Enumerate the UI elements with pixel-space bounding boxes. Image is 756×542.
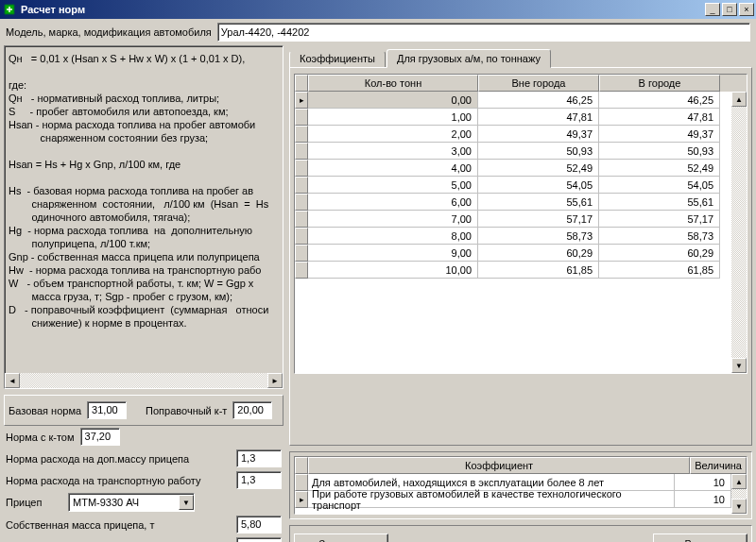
cell[interactable]: 50,93 [478, 143, 599, 160]
table-row[interactable]: 3,0050,9350,93 [295, 143, 731, 160]
tabs: Коэффициенты Для грузовых а/м, по тоннаж… [289, 45, 752, 67]
scroll-up-icon[interactable]: ▲ [731, 92, 747, 107]
cell[interactable]: 54,05 [478, 177, 599, 194]
col-coef[interactable]: Коэффициент [308, 457, 690, 474]
maximize-button[interactable]: □ [722, 3, 737, 16]
cell[interactable]: 0,00 [308, 92, 478, 109]
table-row[interactable]: ▸При работе грузовых автомобилей в качес… [295, 491, 731, 508]
row-marker [295, 474, 308, 491]
formula-hscroll[interactable]: ◄ ► [5, 373, 283, 388]
cell[interactable]: 54,05 [599, 177, 720, 194]
cell[interactable]: 49,37 [478, 126, 599, 143]
table-row[interactable]: 8,0058,7358,73 [295, 228, 731, 245]
formula-text: Qн = 0,01 x (Hsan x S + Hw x W) x (1 + 0… [9, 52, 279, 330]
tonnage-grid[interactable]: Кол-во тонн Вне города В городе ▸0,0046,… [294, 74, 747, 374]
table-row[interactable]: 6,0055,6155,61 [295, 194, 731, 211]
cell[interactable]: 1,00 [308, 109, 478, 126]
cell[interactable]: 60,29 [478, 245, 599, 262]
corr-input[interactable]: 20,00 [232, 401, 272, 419]
own-mass-input[interactable]: 5,80 [236, 516, 282, 534]
extra-mass-label: Норма расхода на доп.массу прицепа [6, 453, 231, 465]
cell[interactable]: 52,49 [599, 160, 720, 177]
minimize-button[interactable]: _ [705, 3, 720, 16]
cell[interactable]: 8,00 [308, 228, 478, 245]
norm-k-input: 37,20 [80, 428, 120, 446]
close-button[interactable]: × [739, 3, 754, 16]
cell[interactable]: 50,93 [599, 143, 720, 160]
own-mass-label: Собственная масса прицепа, т [6, 519, 231, 531]
table-row[interactable]: 5,0054,0554,05 [295, 177, 731, 194]
cell[interactable]: 55,61 [599, 194, 720, 211]
col-outside[interactable]: Вне города [478, 75, 599, 92]
base-input[interactable]: 31,00 [87, 401, 127, 419]
cell[interactable]: 46,25 [478, 92, 599, 109]
cell[interactable]: 9,00 [308, 245, 478, 262]
formula-panel: Qн = 0,01 x (Hsan x S + Hw x W) x (1 + 0… [4, 45, 284, 389]
scroll-right-icon[interactable]: ► [267, 373, 283, 388]
row-marker [295, 126, 308, 143]
cell[interactable]: 5,00 [308, 177, 478, 194]
row-marker [295, 177, 308, 194]
tab-coefficients[interactable]: Коэффициенты [289, 51, 386, 67]
model-label: Модель, марка, модификация автомобиля [6, 26, 212, 38]
cell[interactable]: 57,17 [599, 211, 720, 228]
cell[interactable]: 47,81 [478, 109, 599, 126]
table-row[interactable]: 9,0060,2960,29 [295, 245, 731, 262]
cell[interactable]: 60,29 [599, 245, 720, 262]
row-marker [295, 160, 308, 177]
scroll-down-icon[interactable]: ▼ [731, 358, 747, 373]
cell[interactable]: При работе грузовых автомобилей в качест… [308, 491, 675, 508]
hitch-input[interactable]: 46,25 [236, 537, 282, 542]
save-button[interactable]: Записать [294, 534, 388, 542]
model-row: Модель, марка, модификация автомобиля Ур… [0, 19, 756, 45]
cell[interactable]: 10 [675, 474, 731, 491]
table-row[interactable]: 4,0052,4952,49 [295, 160, 731, 177]
chevron-down-icon[interactable]: ▼ [179, 495, 194, 510]
cell[interactable]: 10,00 [308, 262, 478, 279]
row-marker [295, 262, 308, 279]
table-row[interactable]: ▸0,0046,2546,25 [295, 92, 731, 109]
cell[interactable]: 4,00 [308, 160, 478, 177]
cell[interactable]: 7,00 [308, 211, 478, 228]
cell[interactable]: 47,81 [599, 109, 720, 126]
cell[interactable]: 46,25 [599, 92, 720, 109]
exit-button[interactable]: Выход [653, 534, 747, 542]
row-marker [295, 143, 308, 160]
button-bar: Записать Выход [289, 525, 752, 542]
col-city[interactable]: В городе [599, 75, 720, 92]
base-label: Базовая норма [9, 405, 81, 416]
cell[interactable]: 2,00 [308, 126, 478, 143]
model-input[interactable]: Урал-4420, -44202 [217, 23, 750, 42]
table-row[interactable]: 2,0049,3749,37 [295, 126, 731, 143]
cell[interactable]: 57,17 [478, 211, 599, 228]
cell[interactable]: 61,85 [599, 262, 720, 279]
col-value[interactable]: Величина [690, 457, 747, 474]
cell[interactable]: 52,49 [478, 160, 599, 177]
table-row[interactable]: 7,0057,1757,17 [295, 211, 731, 228]
tab-tonnage[interactable]: Для грузовых а/м, по тоннажу [387, 49, 551, 68]
row-marker [295, 109, 308, 126]
cell[interactable]: 55,61 [478, 194, 599, 211]
cell[interactable]: 58,73 [599, 228, 720, 245]
coef-grid-panel: Коэффициент Величина Для автомобилей, на… [289, 451, 752, 519]
grid-vscroll[interactable]: ▲ ▼ [731, 92, 747, 373]
col-tons[interactable]: Кол-во тонн [308, 75, 478, 92]
cell[interactable]: 10 [675, 491, 731, 508]
scroll-left-icon[interactable]: ◄ [5, 373, 20, 388]
row-marker [295, 245, 308, 262]
cell[interactable]: 61,85 [478, 262, 599, 279]
scroll-down-icon[interactable]: ▼ [731, 499, 747, 514]
cell[interactable]: 6,00 [308, 194, 478, 211]
cell[interactable]: 58,73 [478, 228, 599, 245]
table-row[interactable]: 10,0061,8561,85 [295, 262, 731, 279]
scroll-up-icon[interactable]: ▲ [731, 474, 747, 489]
trailer-select[interactable]: МТМ-9330 АЧ ▼ [68, 493, 195, 512]
cell[interactable]: 49,37 [599, 126, 720, 143]
trailer-label: Прицеп [6, 497, 62, 508]
transport-input[interactable]: 1,3 [236, 471, 282, 489]
extra-mass-input[interactable]: 1,3 [236, 449, 282, 467]
table-row[interactable]: 1,0047,8147,81 [295, 109, 731, 126]
coef-vscroll[interactable]: ▲ ▼ [731, 474, 747, 514]
row-marker-header [295, 75, 308, 92]
cell[interactable]: 3,00 [308, 143, 478, 160]
